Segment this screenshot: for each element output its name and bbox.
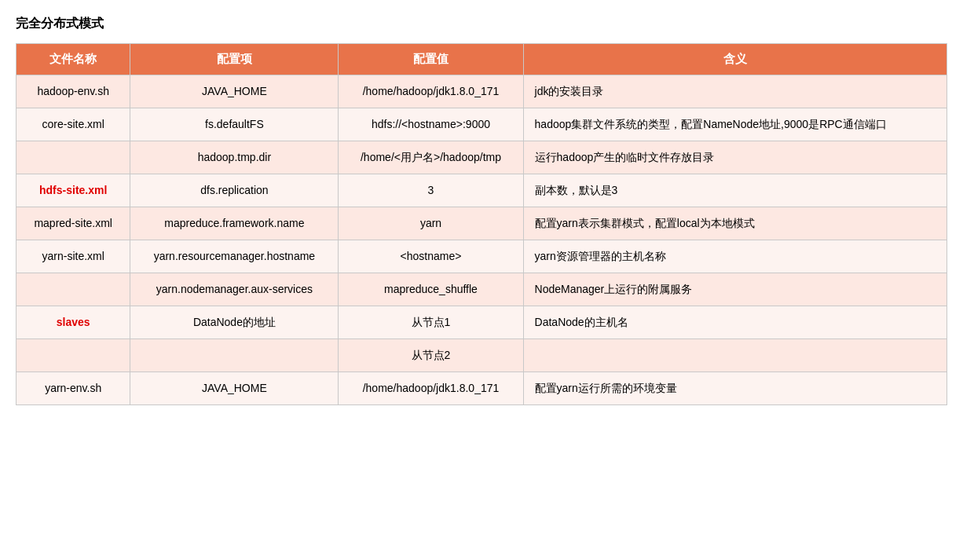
cell-meaning bbox=[523, 339, 947, 372]
col-header-file: 文件名称 bbox=[16, 44, 130, 75]
table-row: hadoop.tmp.dir/home/<用户名>/hadoop/tmp运行ha… bbox=[16, 141, 947, 174]
table-row: hadoop-env.shJAVA_HOME/home/hadoop/jdk1.… bbox=[16, 75, 947, 108]
cell-value: /home/hadoop/jdk1.8.0_171 bbox=[339, 372, 523, 405]
cell-meaning: DataNode的主机名 bbox=[523, 306, 947, 339]
cell-config: hadoop.tmp.dir bbox=[130, 141, 339, 174]
table-row: core-site.xmlfs.defaultFShdfs://<hostnam… bbox=[16, 108, 947, 141]
cell-file bbox=[16, 273, 130, 306]
cell-file: hadoop-env.sh bbox=[16, 75, 130, 108]
cell-config bbox=[130, 339, 339, 372]
cell-meaning: 配置yarn表示集群模式，配置local为本地模式 bbox=[523, 207, 947, 240]
cell-value: 从节点1 bbox=[339, 306, 523, 339]
cell-config: JAVA_HOME bbox=[130, 372, 339, 405]
cell-config: fs.defaultFS bbox=[130, 108, 339, 141]
table-row: 从节点2 bbox=[16, 339, 947, 372]
cell-config: mapreduce.framework.name bbox=[130, 207, 339, 240]
cell-file: yarn-site.xml bbox=[16, 240, 130, 273]
cell-value: /home/<用户名>/hadoop/tmp bbox=[339, 141, 523, 174]
cell-config: JAVA_HOME bbox=[130, 75, 339, 108]
cell-meaning: 运行hadoop产生的临时文件存放目录 bbox=[523, 141, 947, 174]
table-row: hdfs-site.xmldfs.replication3副本数，默认是3 bbox=[16, 174, 947, 207]
cell-file: slaves bbox=[16, 306, 130, 339]
cell-file: mapred-site.xml bbox=[16, 207, 130, 240]
cell-value: 3 bbox=[339, 174, 523, 207]
table-row: yarn-site.xmlyarn.resourcemanager.hostna… bbox=[16, 240, 947, 273]
cell-meaning: yarn资源管理器的主机名称 bbox=[523, 240, 947, 273]
cell-config: DataNode的地址 bbox=[130, 306, 339, 339]
cell-meaning: 副本数，默认是3 bbox=[523, 174, 947, 207]
cell-meaning: NodeManager上运行的附属服务 bbox=[523, 273, 947, 306]
table-row: mapred-site.xmlmapreduce.framework.namey… bbox=[16, 207, 947, 240]
cell-value: /home/hadoop/jdk1.8.0_171 bbox=[339, 75, 523, 108]
col-header-meaning: 含义 bbox=[523, 44, 947, 75]
cell-value: <hostname> bbox=[339, 240, 523, 273]
cell-file bbox=[16, 141, 130, 174]
cell-meaning: 配置yarn运行所需的环境变量 bbox=[523, 372, 947, 405]
cell-file: yarn-env.sh bbox=[16, 372, 130, 405]
col-header-config: 配置项 bbox=[130, 44, 339, 75]
cell-file: core-site.xml bbox=[16, 108, 130, 141]
cell-value: mapreduce_shuffle bbox=[339, 273, 523, 306]
config-table: 文件名称 配置项 配置值 含义 hadoop-env.shJAVA_HOME/h… bbox=[16, 43, 947, 405]
cell-config: dfs.replication bbox=[130, 174, 339, 207]
table-row: yarn.nodemanager.aux-servicesmapreduce_s… bbox=[16, 273, 947, 306]
cell-meaning: hadoop集群文件系统的类型，配置NameNode地址,9000是RPC通信端… bbox=[523, 108, 947, 141]
table-row: slavesDataNode的地址从节点1DataNode的主机名 bbox=[16, 306, 947, 339]
cell-file: hdfs-site.xml bbox=[16, 174, 130, 207]
cell-value: hdfs://<hostname>:9000 bbox=[339, 108, 523, 141]
cell-file bbox=[16, 339, 130, 372]
col-header-value: 配置值 bbox=[339, 44, 523, 75]
page-title: 完全分布式模式 bbox=[16, 16, 947, 32]
table-row: yarn-env.shJAVA_HOME/home/hadoop/jdk1.8.… bbox=[16, 372, 947, 405]
cell-config: yarn.nodemanager.aux-services bbox=[130, 273, 339, 306]
cell-meaning: jdk的安装目录 bbox=[523, 75, 947, 108]
cell-value: 从节点2 bbox=[339, 339, 523, 372]
cell-config: yarn.resourcemanager.hostname bbox=[130, 240, 339, 273]
cell-value: yarn bbox=[339, 207, 523, 240]
